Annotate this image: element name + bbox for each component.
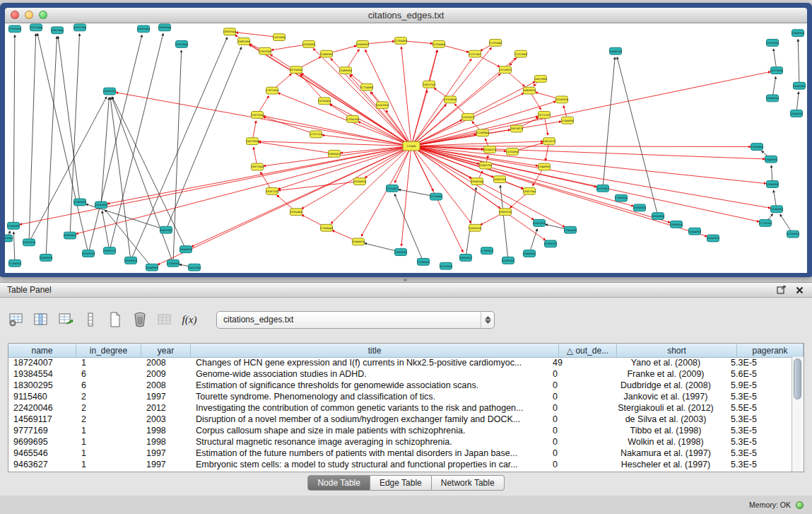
graph-node[interactable] xyxy=(524,250,536,257)
graph-node[interactable] xyxy=(502,257,514,264)
graph-edge[interactable] xyxy=(415,146,751,147)
cell-year[interactable]: 1998 xyxy=(141,437,191,447)
graph-edge[interactable] xyxy=(508,72,525,86)
graph-node[interactable] xyxy=(430,193,442,200)
graph-node[interactable] xyxy=(515,50,527,57)
cell-year[interactable]: 1997 xyxy=(141,448,191,458)
graph-edge[interactable] xyxy=(259,141,408,146)
graph-edge[interactable] xyxy=(399,189,433,196)
graph-edge[interactable] xyxy=(13,232,14,259)
graph-node[interactable] xyxy=(104,247,116,255)
graph-node[interactable] xyxy=(511,125,523,132)
graph-node[interactable] xyxy=(9,259,21,267)
graph-node[interactable] xyxy=(340,67,352,74)
graph-node[interactable] xyxy=(490,40,502,47)
cell-year[interactable]: 1997 xyxy=(141,460,191,469)
graph-edge[interactable] xyxy=(415,146,765,159)
zoom-button[interactable] xyxy=(39,11,47,19)
close-button[interactable] xyxy=(11,11,19,19)
graph-edge[interactable] xyxy=(773,190,776,206)
graph-node[interactable] xyxy=(167,259,180,267)
cell-name[interactable]: 19384554 xyxy=(8,369,76,379)
graph-node[interactable] xyxy=(418,258,430,265)
cell-short[interactable]: de Silva et al. (2003) xyxy=(606,414,726,424)
graph-node[interactable] xyxy=(266,87,278,94)
graph-edge[interactable] xyxy=(415,147,707,236)
column-header-title[interactable]: title xyxy=(191,344,559,357)
cell-title[interactable]: Changes of HCN gene expression and I(f) … xyxy=(191,358,548,368)
graph-node[interactable] xyxy=(321,50,333,57)
graph-node[interactable] xyxy=(462,113,474,120)
graph-edge[interactable] xyxy=(415,147,759,222)
graph-node[interactable] xyxy=(146,264,158,271)
graph-edge[interactable] xyxy=(76,147,408,234)
graph-edge[interactable] xyxy=(415,146,770,208)
cell-year[interactable]: 2012 xyxy=(141,403,191,413)
minimize-button[interactable] xyxy=(25,11,33,19)
graph-edge[interactable] xyxy=(485,139,488,146)
graph-edge[interactable] xyxy=(254,147,257,163)
graph-node[interactable] xyxy=(771,67,783,74)
cell-year[interactable]: 2003 xyxy=(141,414,191,424)
graph-edge[interactable] xyxy=(414,82,535,145)
cell-year[interactable]: 2008 xyxy=(141,358,191,368)
graph-edge[interactable] xyxy=(370,92,409,143)
graph-node[interactable] xyxy=(500,209,512,216)
cell-out_degree[interactable]: 0 xyxy=(548,403,606,413)
graph-edge[interactable] xyxy=(415,71,770,145)
cell-short[interactable]: Wolkin et al. (1998) xyxy=(606,437,726,447)
cell-title[interactable]: Tourette syndrome. Phenomenology and cla… xyxy=(191,392,548,402)
cell-short[interactable]: Tibbo et al. (1998) xyxy=(606,426,726,436)
graph-node[interactable] xyxy=(180,246,192,253)
cell-pagerank[interactable]: 5.5E-5 xyxy=(726,403,792,413)
graph-node[interactable] xyxy=(562,117,574,124)
graph-node[interactable] xyxy=(539,112,551,119)
graph-edge[interactable] xyxy=(617,57,657,213)
graph-edge[interactable] xyxy=(563,105,566,117)
graph-node[interactable] xyxy=(224,28,236,35)
graph-node[interactable] xyxy=(794,82,806,89)
graph-node[interactable] xyxy=(610,47,622,54)
graph-node[interactable] xyxy=(771,206,783,213)
graph-node[interactable] xyxy=(440,262,452,269)
graph-node[interactable] xyxy=(689,228,701,235)
cell-pagerank[interactable]: 5.3E-5 xyxy=(726,358,792,368)
graph-node[interactable] xyxy=(760,219,772,226)
graph-edge[interactable] xyxy=(478,55,500,66)
graph-node[interactable] xyxy=(539,163,551,170)
graph-node[interactable] xyxy=(354,178,366,185)
graph-node[interactable] xyxy=(494,176,506,183)
cell-pagerank[interactable]: 5.3E-5 xyxy=(726,448,792,458)
graph-node[interactable] xyxy=(433,41,445,48)
graph-node[interactable] xyxy=(471,178,483,185)
graph-edge[interactable] xyxy=(132,37,228,257)
graph-edge[interactable] xyxy=(546,145,548,161)
cell-name[interactable]: 9777169 xyxy=(8,426,76,436)
cell-pagerank[interactable]: 5.9E-5 xyxy=(726,380,792,390)
cell-year[interactable]: 2008 xyxy=(141,380,191,390)
cell-title[interactable]: Genome-wide association studies in ADHD. xyxy=(191,369,548,379)
graph-edge[interactable] xyxy=(58,37,79,199)
graph-node[interactable] xyxy=(266,187,278,194)
cell-name[interactable]: 9699695 xyxy=(8,437,76,447)
cell-title[interactable]: Estimation of the future numbers of pati… xyxy=(191,448,548,458)
cell-short[interactable]: Jankovic et al. (1997) xyxy=(606,392,726,402)
cell-short[interactable]: Nakamura et al. (1997) xyxy=(606,448,726,458)
panel-splitter[interactable] xyxy=(0,277,812,282)
cell-in_degree[interactable]: 1 xyxy=(76,448,141,458)
graph-node[interactable] xyxy=(138,25,150,33)
dropdown-stepper-icon[interactable] xyxy=(481,312,494,328)
graph-edge[interactable] xyxy=(386,110,409,144)
cell-name[interactable]: 9465546 xyxy=(8,448,76,458)
graph-node[interactable] xyxy=(484,146,496,153)
graph-node[interactable] xyxy=(290,209,302,216)
graph-node[interactable] xyxy=(767,40,779,47)
cell-in_degree[interactable]: 2 xyxy=(76,392,141,402)
graph-node[interactable] xyxy=(477,129,489,136)
graph-edge[interactable] xyxy=(302,215,324,226)
graph-node[interactable] xyxy=(395,37,407,45)
graph-edge[interactable] xyxy=(415,147,634,206)
cell-title[interactable]: Estimation of significance thresholds fo… xyxy=(191,380,548,390)
graph-node[interactable] xyxy=(321,224,333,231)
graph-edge[interactable] xyxy=(773,49,776,67)
